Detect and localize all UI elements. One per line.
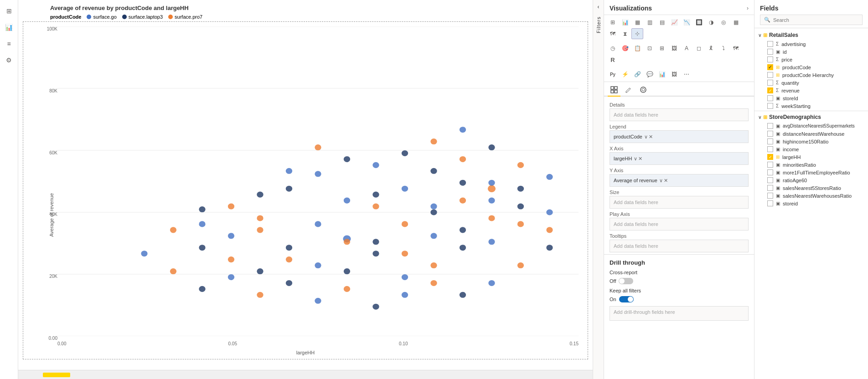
viz-icon-custom-r[interactable]: R — [607, 54, 619, 65]
field-item-distancenearest[interactable]: ▣ distanceNearestWarehouse — [754, 130, 868, 138]
field-checkbox-price[interactable] — [767, 56, 773, 62]
viz-icon-100-bar[interactable]: ▤ — [656, 17, 668, 28]
viz-icon-text[interactable]: A — [681, 43, 692, 54]
legend-chevron-icon[interactable]: ∨ — [644, 134, 648, 140]
viz-icon-decomp[interactable]: 🔗 — [631, 69, 643, 80]
viz-icon-gauge[interactable]: ◷ — [607, 43, 619, 54]
cross-report-toggle[interactable]: Off — [610, 278, 749, 284]
viz-icon-treemap[interactable]: ▦ — [730, 17, 742, 28]
viz-icon-slicer[interactable]: ⊡ — [644, 43, 656, 54]
field-checkbox-minorities[interactable] — [767, 162, 773, 168]
viz-icon-ribbon[interactable]: 🎗 — [705, 43, 717, 54]
xaxis-close-icon[interactable]: ✕ — [638, 156, 642, 162]
viz-icon-donut[interactable]: ◎ — [718, 17, 729, 28]
field-checkbox-weekstarting[interactable] — [767, 103, 773, 109]
field-item-storeid[interactable]: ▣ storeId — [754, 94, 868, 102]
search-box[interactable]: 🔍 — [760, 15, 863, 25]
field-checkbox-avgdistance[interactable] — [767, 123, 773, 129]
tab-format[interactable] — [622, 84, 635, 97]
viz-icon-paginated[interactable]: 🖼 — [668, 69, 680, 80]
viz-icon-qna[interactable]: ⚡ — [619, 69, 631, 80]
field-item-ratioage60[interactable]: ▣ ratioAge60 — [754, 176, 868, 184]
viz-icon-area[interactable]: 🔲 — [693, 17, 705, 28]
xaxis-chevron-icon[interactable]: ∨ — [634, 156, 637, 162]
viz-icon-funnel[interactable]: ⧗ — [619, 28, 631, 39]
viz-icon-stacked-bar[interactable]: ▦ — [631, 17, 643, 28]
field-item-highincome[interactable]: ▣ highincome150Ratio — [754, 138, 868, 145]
field-item-minorities[interactable]: ▣ minoritiesRatio — [754, 161, 868, 169]
field-checkbox-id[interactable] — [767, 49, 773, 55]
viz-icon-more[interactable]: ⋯ — [681, 69, 692, 80]
legend-close-icon[interactable]: ✕ — [649, 134, 653, 140]
field-item-largehh[interactable]: ✓ ⊞ largeHH — [754, 153, 868, 161]
field-group-header-storedemographics[interactable]: ∨ ⊞ StoreDemographics — [754, 112, 868, 122]
viz-icon-matrix[interactable]: ⊞ — [656, 43, 668, 54]
field-checkbox-largehh[interactable]: ✓ — [767, 154, 773, 160]
keep-filters-track[interactable] — [619, 296, 634, 302]
viz-icon-table[interactable]: ⊞ — [607, 17, 619, 28]
sidebar-icon-grid[interactable]: ⊞ — [2, 4, 16, 18]
field-input-yaxis[interactable]: Average of revenue ∨ ✕ — [610, 174, 749, 187]
yaxis-chevron-icon[interactable]: ∨ — [659, 178, 663, 184]
field-group-header-retailsales[interactable]: ∨ ⊞ RetailSales — [754, 30, 868, 40]
viz-icon-shape[interactable]: ◻ — [693, 43, 705, 54]
yaxis-close-icon[interactable]: ✕ — [664, 178, 668, 184]
viz-icon-image[interactable]: 🖼 — [668, 43, 680, 54]
field-checkbox-distancenearest[interactable] — [767, 131, 773, 137]
viz-icon-scatter[interactable]: ⊹ — [631, 28, 643, 39]
field-item-salesnearestwarehouse[interactable]: ▣ salesNearestWarehousesRatio — [754, 192, 868, 200]
viz-icon-waterfall[interactable]: ⤵ — [718, 43, 729, 54]
sidebar-icon-table[interactable]: ≡ — [2, 36, 16, 51]
field-checkbox-income[interactable] — [767, 146, 773, 152]
viz-icon-pie[interactable]: ◑ — [705, 17, 717, 28]
field-item-salesnearest5[interactable]: ▣ salesNearest5StoresRatio — [754, 184, 868, 192]
field-input-playaxis[interactable]: Add data fields here — [610, 218, 749, 230]
field-checkbox-more1fulltime[interactable] — [767, 169, 773, 175]
filters-collapse-arrow[interactable]: ‹ — [598, 4, 599, 10]
field-input-size[interactable]: Add data fields here — [610, 196, 749, 209]
field-item-productcode-hierarchy[interactable]: ⊞ productCode Hierarchy — [754, 71, 868, 79]
viz-icon-smart-narrative[interactable]: 📊 — [656, 69, 668, 80]
tab-analytics[interactable] — [637, 84, 650, 97]
field-item-quantity[interactable]: Σ quantity — [754, 79, 868, 87]
viz-icon-kpi[interactable]: 📋 — [631, 43, 643, 54]
field-input-tooltips[interactable]: Add data fields here — [610, 240, 749, 252]
filters-panel[interactable]: ‹ Filters — [593, 0, 604, 379]
field-input-details[interactable]: Add data fields here — [610, 108, 749, 121]
field-checkbox-salesnearestwarehouse[interactable] — [767, 193, 773, 199]
viz-icon-card[interactable]: 🎯 — [619, 43, 631, 54]
field-item-price[interactable]: Σ price — [754, 56, 868, 63]
field-input-xaxis[interactable]: largeHH ∨ ✕ — [610, 152, 749, 165]
viz-icon-column[interactable]: 📈 — [668, 17, 680, 28]
field-item-income[interactable]: ▣ income — [754, 145, 868, 153]
drill-field-box[interactable]: Add drill-through fields here — [610, 306, 749, 321]
sidebar-icon-chart[interactable]: 📊 — [2, 20, 16, 35]
field-checkbox-advertising[interactable] — [767, 41, 773, 47]
search-input[interactable] — [773, 17, 858, 23]
bottom-scrollbar[interactable] — [18, 370, 593, 379]
viz-panel-expand[interactable]: › — [747, 5, 749, 11]
sidebar-icon-settings[interactable]: ⚙ — [2, 53, 16, 67]
field-item-avgdistance[interactable]: ▣ avgDistanceNearest5Supermarkets — [754, 122, 868, 130]
field-item-weekstarting[interactable]: Σ weekStarting — [754, 102, 868, 110]
field-input-legend[interactable]: productCode ∨ ✕ — [610, 130, 749, 143]
field-item-id[interactable]: ▣ id — [754, 48, 868, 56]
field-checkbox-salesnearest5[interactable] — [767, 185, 773, 191]
field-checkbox-quantity[interactable] — [767, 80, 773, 86]
viz-icon-python[interactable]: Py — [607, 69, 619, 80]
field-item-more1fulltime[interactable]: ▣ more1FullTimeEmployeeRatio — [754, 169, 868, 176]
viz-icon-line[interactable]: 📉 — [681, 17, 692, 28]
field-item-productcode[interactable]: ✓ ⊞ productCode — [754, 63, 868, 71]
field-checkbox-storeid-demo[interactable] — [767, 200, 773, 206]
tab-build[interactable] — [608, 84, 620, 97]
field-item-revenue[interactable]: ✓ Σ revenue — [754, 87, 868, 94]
viz-icon-narrative[interactable]: 💬 — [644, 69, 656, 80]
viz-icon-clustered-bar[interactable]: ▥ — [644, 17, 656, 28]
cross-report-track[interactable] — [619, 278, 633, 284]
field-checkbox-highincome[interactable] — [767, 138, 773, 144]
viz-icon-map[interactable]: 🗺 — [607, 28, 619, 39]
field-item-advertising[interactable]: Σ advertising — [754, 40, 868, 48]
field-checkbox-storeid[interactable] — [767, 95, 773, 101]
viz-icon-bar[interactable]: 📊 — [619, 17, 631, 28]
field-item-storeid-demo[interactable]: ▣ storeid — [754, 200, 868, 207]
